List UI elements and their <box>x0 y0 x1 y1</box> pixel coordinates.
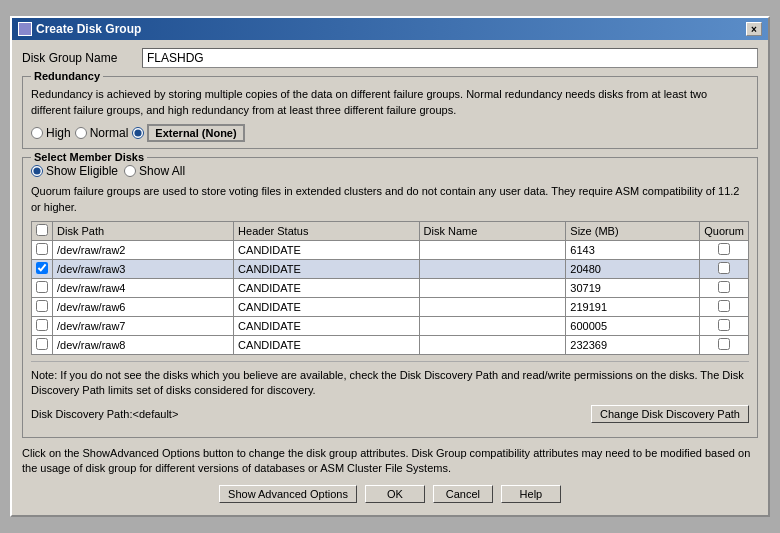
disk-row-checkbox[interactable] <box>36 319 48 331</box>
row-header_status: CANDIDATE <box>234 260 419 279</box>
row-checkbox-cell[interactable] <box>32 317 53 336</box>
discovery-note: Note: If you do not see the disks which … <box>31 361 749 399</box>
redundancy-normal-label: Normal <box>90 126 129 140</box>
title-bar-left: Create Disk Group <box>18 22 141 36</box>
close-button[interactable]: × <box>746 22 762 36</box>
row-disk_name <box>419 298 566 317</box>
redundancy-high-option[interactable]: High <box>31 126 71 140</box>
member-disks-group: Select Member Disks Show Eligible Show A… <box>22 157 758 438</box>
title-bar: Create Disk Group × <box>12 18 768 40</box>
row-checkbox-cell[interactable] <box>32 279 53 298</box>
disk-group-name-row: Disk Group Name <box>22 48 758 68</box>
redundancy-group: Redundancy Redundancy is achieved by sto… <box>22 76 758 149</box>
row-size_mb: 6143 <box>566 241 700 260</box>
row-disk_path: /dev/raw/raw2 <box>53 241 234 260</box>
redundancy-high-radio[interactable] <box>31 127 43 139</box>
show-options-row: Show Eligible Show All <box>31 164 749 178</box>
row-quorum-cell[interactable] <box>700 279 749 298</box>
row-checkbox-cell[interactable] <box>32 241 53 260</box>
quorum-checkbox[interactable] <box>718 281 730 293</box>
redundancy-external-option[interactable]: External (None) <box>132 124 244 142</box>
redundancy-group-title: Redundancy <box>31 70 103 82</box>
row-header_status: CANDIDATE <box>234 241 419 260</box>
discovery-path-row: Disk Discovery Path:<default> Change Dis… <box>31 405 749 423</box>
row-size_mb: 219191 <box>566 298 700 317</box>
table-row: /dev/raw/raw8CANDIDATE232369 <box>32 336 749 355</box>
row-quorum-cell[interactable] <box>700 317 749 336</box>
row-size_mb: 20480 <box>566 260 700 279</box>
disk-table: Disk Path Header Status Disk Name Size (… <box>31 221 749 355</box>
dialog-content: Disk Group Name Redundancy Redundancy is… <box>12 40 768 514</box>
row-checkbox-cell[interactable] <box>32 336 53 355</box>
col-header-size-mb: Size (MB) <box>566 222 700 241</box>
row-disk_path: /dev/raw/raw3 <box>53 260 234 279</box>
cancel-button[interactable]: Cancel <box>433 485 493 503</box>
change-discovery-path-button[interactable]: Change Disk Discovery Path <box>591 405 749 423</box>
quorum-checkbox[interactable] <box>718 300 730 312</box>
action-buttons: Show Advanced Options OK Cancel Help <box>22 485 758 503</box>
redundancy-external-radio[interactable] <box>132 127 144 139</box>
row-quorum-cell[interactable] <box>700 336 749 355</box>
create-disk-group-dialog: Create Disk Group × Disk Group Name Redu… <box>10 16 770 516</box>
row-disk_path: /dev/raw/raw6 <box>53 298 234 317</box>
row-header_status: CANDIDATE <box>234 279 419 298</box>
disk-row-checkbox[interactable] <box>36 262 48 274</box>
show-all-radio[interactable] <box>124 165 136 177</box>
table-row: /dev/raw/raw6CANDIDATE219191 <box>32 298 749 317</box>
quorum-note: Quorum failure groups are used to store … <box>31 184 749 215</box>
row-disk_path: /dev/raw/raw7 <box>53 317 234 336</box>
col-header-disk-path: Disk Path <box>53 222 234 241</box>
table-row: /dev/raw/raw4CANDIDATE30719 <box>32 279 749 298</box>
show-all-label: Show All <box>139 164 185 178</box>
table-row: /dev/raw/raw3CANDIDATE20480 <box>32 260 749 279</box>
row-quorum-cell[interactable] <box>700 298 749 317</box>
show-eligible-radio[interactable] <box>31 165 43 177</box>
ok-button[interactable]: OK <box>365 485 425 503</box>
row-header_status: CANDIDATE <box>234 317 419 336</box>
redundancy-external-label: External (None) <box>147 124 244 142</box>
window-title: Create Disk Group <box>36 22 141 36</box>
col-header-checkbox <box>32 222 53 241</box>
table-row: /dev/raw/raw2CANDIDATE6143 <box>32 241 749 260</box>
help-button[interactable]: Help <box>501 485 561 503</box>
row-disk_path: /dev/raw/raw4 <box>53 279 234 298</box>
quorum-checkbox[interactable] <box>718 243 730 255</box>
row-checkbox-cell[interactable] <box>32 260 53 279</box>
quorum-checkbox[interactable] <box>718 319 730 331</box>
discovery-path-label: Disk Discovery Path:<default> <box>31 408 178 420</box>
row-checkbox-cell[interactable] <box>32 298 53 317</box>
redundancy-normal-option[interactable]: Normal <box>75 126 129 140</box>
row-size_mb: 232369 <box>566 336 700 355</box>
quorum-checkbox[interactable] <box>718 262 730 274</box>
redundancy-high-label: High <box>46 126 71 140</box>
show-all-option[interactable]: Show All <box>124 164 185 178</box>
disk-row-checkbox[interactable] <box>36 281 48 293</box>
show-advanced-button[interactable]: Show Advanced Options <box>219 485 357 503</box>
redundancy-description: Redundancy is achieved by storing multip… <box>31 87 749 118</box>
col-header-header-status: Header Status <box>234 222 419 241</box>
show-eligible-label: Show Eligible <box>46 164 118 178</box>
table-row: /dev/raw/raw7CANDIDATE600005 <box>32 317 749 336</box>
disk-row-checkbox[interactable] <box>36 300 48 312</box>
row-disk_name <box>419 336 566 355</box>
disk-group-name-label: Disk Group Name <box>22 51 142 65</box>
disk-row-checkbox[interactable] <box>36 243 48 255</box>
row-disk_name <box>419 279 566 298</box>
row-quorum-cell[interactable] <box>700 260 749 279</box>
row-size_mb: 30719 <box>566 279 700 298</box>
show-eligible-option[interactable]: Show Eligible <box>31 164 118 178</box>
row-disk_path: /dev/raw/raw8 <box>53 336 234 355</box>
quorum-checkbox[interactable] <box>718 338 730 350</box>
member-disks-title: Select Member Disks <box>31 151 147 163</box>
row-quorum-cell[interactable] <box>700 241 749 260</box>
disk-row-checkbox[interactable] <box>36 338 48 350</box>
window-icon <box>18 22 32 36</box>
row-size_mb: 600005 <box>566 317 700 336</box>
select-all-checkbox[interactable] <box>36 224 48 236</box>
row-disk_name <box>419 241 566 260</box>
redundancy-normal-radio[interactable] <box>75 127 87 139</box>
row-disk_name <box>419 260 566 279</box>
disk-group-name-input[interactable] <box>142 48 758 68</box>
bottom-note: Click on the ShowAdvanced Options button… <box>22 446 758 477</box>
row-header_status: CANDIDATE <box>234 298 419 317</box>
